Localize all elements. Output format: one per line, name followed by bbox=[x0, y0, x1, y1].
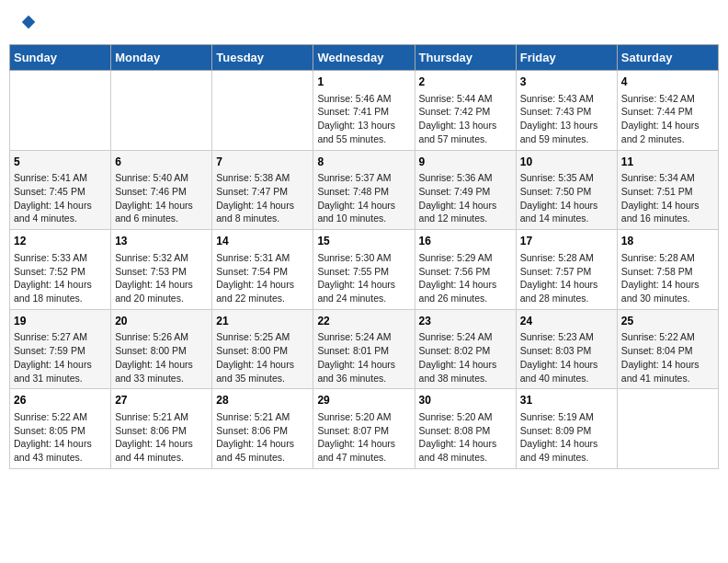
page-header bbox=[9, 9, 719, 35]
cell-line: Sunrise: 5:40 AM bbox=[115, 172, 188, 183]
calendar-cell: 29Sunrise: 5:20 AMSunset: 8:07 PMDayligh… bbox=[313, 389, 415, 469]
cell-line: Sunset: 8:02 PM bbox=[419, 345, 491, 356]
cell-line: Daylight: 14 hours bbox=[621, 200, 700, 211]
calendar-cell: 23Sunrise: 5:24 AMSunset: 8:02 PMDayligh… bbox=[415, 309, 516, 389]
cell-line: Sunrise: 5:30 AM bbox=[317, 252, 391, 263]
calendar-cell: 20Sunrise: 5:26 AMSunset: 8:00 PMDayligh… bbox=[111, 309, 212, 389]
day-number: 1 bbox=[317, 75, 410, 90]
cell-content: Sunrise: 5:34 AMSunset: 7:51 PMDaylight:… bbox=[621, 171, 714, 225]
logo bbox=[18, 14, 37, 30]
cell-line: Sunrise: 5:25 AM bbox=[216, 331, 290, 342]
cell-content: Sunrise: 5:19 AMSunset: 8:09 PMDaylight:… bbox=[520, 410, 613, 465]
cell-line: and 12 minutes. bbox=[419, 213, 488, 224]
day-number: 6 bbox=[115, 155, 208, 170]
cell-line: and 35 minutes. bbox=[216, 373, 285, 384]
cell-content: Sunrise: 5:20 AMSunset: 8:08 PMDaylight:… bbox=[419, 410, 512, 465]
cell-line: Daylight: 14 hours bbox=[317, 200, 395, 211]
cell-line: Daylight: 14 hours bbox=[216, 438, 294, 449]
cell-line: Sunset: 8:00 PM bbox=[216, 345, 288, 356]
cell-line: Sunset: 8:05 PM bbox=[14, 425, 85, 436]
cell-line: Sunset: 7:43 PM bbox=[520, 106, 592, 117]
cell-line: Sunrise: 5:41 AM bbox=[14, 172, 87, 183]
cell-line: and 6 minutes. bbox=[115, 213, 178, 224]
calendar-cell: 22Sunrise: 5:24 AMSunset: 8:01 PMDayligh… bbox=[313, 309, 415, 389]
calendar-cell bbox=[111, 71, 212, 151]
weekday-header-thursday: Thursday bbox=[415, 45, 516, 71]
day-number: 14 bbox=[216, 234, 309, 249]
cell-line: Daylight: 13 hours bbox=[419, 120, 497, 131]
calendar-cell: 7Sunrise: 5:38 AMSunset: 7:47 PMDaylight… bbox=[212, 150, 313, 230]
day-number: 28 bbox=[216, 393, 309, 408]
cell-content: Sunrise: 5:38 AMSunset: 7:47 PMDaylight:… bbox=[216, 171, 309, 225]
cell-line: Sunset: 7:45 PM bbox=[14, 186, 85, 197]
weekday-header-wednesday: Wednesday bbox=[313, 45, 415, 71]
week-row-4: 19Sunrise: 5:27 AMSunset: 7:59 PMDayligh… bbox=[10, 309, 719, 389]
cell-line: Sunrise: 5:33 AM bbox=[14, 252, 87, 263]
cell-line: Daylight: 14 hours bbox=[14, 200, 92, 211]
cell-line: and 43 minutes. bbox=[14, 452, 83, 463]
calendar-cell: 8Sunrise: 5:37 AMSunset: 7:48 PMDaylight… bbox=[313, 150, 415, 230]
day-number: 19 bbox=[14, 314, 107, 329]
cell-line: and 40 minutes. bbox=[520, 373, 589, 384]
cell-line: Daylight: 14 hours bbox=[115, 200, 193, 211]
calendar-cell: 10Sunrise: 5:35 AMSunset: 7:50 PMDayligh… bbox=[516, 150, 617, 230]
day-number: 2 bbox=[419, 75, 512, 90]
weekday-header-friday: Friday bbox=[516, 45, 617, 71]
cell-line: and 31 minutes. bbox=[14, 373, 83, 384]
calendar-cell: 17Sunrise: 5:28 AMSunset: 7:57 PMDayligh… bbox=[516, 230, 617, 310]
calendar-cell: 21Sunrise: 5:25 AMSunset: 8:00 PMDayligh… bbox=[212, 309, 313, 389]
cell-content: Sunrise: 5:41 AMSunset: 7:45 PMDaylight:… bbox=[14, 171, 107, 225]
cell-line: Daylight: 14 hours bbox=[14, 279, 92, 290]
cell-line: and 10 minutes. bbox=[317, 213, 386, 224]
cell-line: Sunrise: 5:24 AM bbox=[419, 331, 493, 342]
cell-line: Sunrise: 5:20 AM bbox=[419, 411, 493, 422]
cell-line: and 22 minutes. bbox=[216, 293, 285, 304]
calendar-cell: 25Sunrise: 5:22 AMSunset: 8:04 PMDayligh… bbox=[617, 309, 718, 389]
cell-content: Sunrise: 5:20 AMSunset: 8:07 PMDaylight:… bbox=[317, 410, 410, 465]
cell-line: Sunrise: 5:42 AM bbox=[621, 93, 695, 104]
cell-content: Sunrise: 5:32 AMSunset: 7:53 PMDaylight:… bbox=[115, 251, 208, 305]
cell-line: and 26 minutes. bbox=[419, 293, 488, 304]
logo-icon bbox=[20, 14, 37, 30]
cell-content: Sunrise: 5:31 AMSunset: 7:54 PMDaylight:… bbox=[216, 251, 309, 305]
cell-line: Sunset: 7:58 PM bbox=[621, 266, 693, 277]
cell-line: Sunset: 7:50 PM bbox=[520, 186, 592, 197]
cell-line: Sunset: 8:08 PM bbox=[419, 425, 491, 436]
cell-line: and 48 minutes. bbox=[419, 452, 488, 463]
calendar-cell: 9Sunrise: 5:36 AMSunset: 7:49 PMDaylight… bbox=[415, 150, 516, 230]
weekday-header-sunday: Sunday bbox=[10, 45, 111, 71]
cell-line: and 55 minutes. bbox=[317, 133, 386, 144]
cell-line: Sunset: 8:03 PM bbox=[520, 345, 592, 356]
cell-line: Sunset: 8:07 PM bbox=[317, 425, 389, 436]
cell-line: Sunrise: 5:28 AM bbox=[520, 252, 594, 263]
cell-line: Daylight: 14 hours bbox=[216, 279, 294, 290]
cell-content: Sunrise: 5:30 AMSunset: 7:55 PMDaylight:… bbox=[317, 251, 410, 305]
cell-line: and 57 minutes. bbox=[419, 133, 488, 144]
cell-content: Sunrise: 5:40 AMSunset: 7:46 PMDaylight:… bbox=[115, 171, 208, 225]
cell-line: Sunrise: 5:22 AM bbox=[14, 411, 87, 422]
weekday-header-row: SundayMondayTuesdayWednesdayThursdayFrid… bbox=[10, 45, 719, 71]
calendar-cell: 13Sunrise: 5:32 AMSunset: 7:53 PMDayligh… bbox=[111, 230, 212, 310]
cell-line: and 59 minutes. bbox=[520, 133, 589, 144]
cell-line: Sunset: 8:01 PM bbox=[317, 345, 389, 356]
cell-line: Sunset: 7:42 PM bbox=[419, 106, 491, 117]
calendar-cell bbox=[212, 71, 313, 151]
cell-line: and 33 minutes. bbox=[115, 373, 184, 384]
cell-content: Sunrise: 5:22 AMSunset: 8:05 PMDaylight:… bbox=[14, 410, 107, 465]
cell-line: Sunset: 8:00 PM bbox=[115, 345, 187, 356]
cell-line: Sunset: 7:54 PM bbox=[216, 266, 288, 277]
cell-content: Sunrise: 5:25 AMSunset: 8:00 PMDaylight:… bbox=[216, 330, 309, 385]
cell-line: Sunrise: 5:44 AM bbox=[419, 93, 493, 104]
cell-line: Sunset: 7:47 PM bbox=[216, 186, 288, 197]
cell-content: Sunrise: 5:35 AMSunset: 7:50 PMDaylight:… bbox=[520, 171, 613, 225]
day-number: 7 bbox=[216, 155, 309, 170]
cell-line: Daylight: 14 hours bbox=[317, 359, 395, 370]
cell-content: Sunrise: 5:23 AMSunset: 8:03 PMDaylight:… bbox=[520, 330, 613, 385]
calendar-cell: 24Sunrise: 5:23 AMSunset: 8:03 PMDayligh… bbox=[516, 309, 617, 389]
cell-line: Sunrise: 5:46 AM bbox=[317, 93, 391, 104]
calendar-cell: 1Sunrise: 5:46 AMSunset: 7:41 PMDaylight… bbox=[313, 71, 415, 151]
cell-line: Daylight: 14 hours bbox=[520, 359, 598, 370]
cell-line: Daylight: 14 hours bbox=[621, 279, 700, 290]
cell-line: Daylight: 14 hours bbox=[621, 120, 700, 131]
cell-content: Sunrise: 5:22 AMSunset: 8:04 PMDaylight:… bbox=[621, 330, 714, 385]
